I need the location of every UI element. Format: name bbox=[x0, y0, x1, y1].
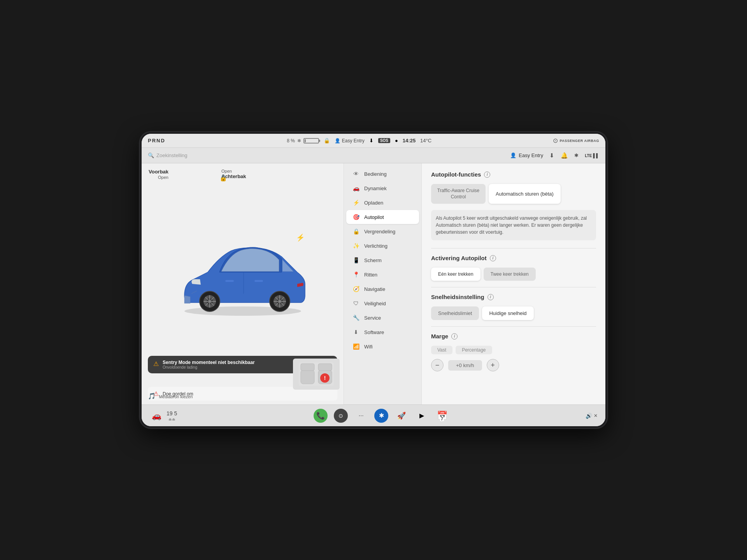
car-icon: 🚗 bbox=[152, 411, 161, 420]
activation-info-icon[interactable]: i bbox=[490, 255, 496, 261]
profile-display[interactable]: 👤 Easy Entry bbox=[510, 152, 543, 158]
speed-limit-button[interactable]: Snelheidslimiet bbox=[431, 306, 479, 320]
dynamiek-label: Dynamiek bbox=[364, 186, 387, 191]
dynamiek-icon: 🚗 bbox=[352, 185, 359, 191]
service-label: Service bbox=[364, 315, 381, 321]
odometer-container: 19 5 ⏏⏏ bbox=[167, 410, 177, 421]
battery-bar bbox=[303, 138, 319, 144]
divider-1 bbox=[431, 248, 596, 248]
apps-icon: ⊙ bbox=[338, 413, 343, 419]
dots-icon: ··· bbox=[358, 412, 363, 419]
wifi-icon-status: ● bbox=[395, 138, 398, 144]
svg-rect-21 bbox=[301, 364, 314, 371]
vergrendeling-icon: 🔒 bbox=[352, 228, 359, 234]
svg-rect-20 bbox=[301, 370, 314, 384]
phone-button[interactable]: 📞 bbox=[314, 409, 328, 423]
status-bar: PRND 8 % ❄ 🔒 👤 Easy Entry ⬇ SOS ● bbox=[142, 134, 605, 148]
marge-controls: − +0 km/h + bbox=[431, 359, 596, 371]
media-bar[interactable]: 🎵 Mediabron kiezen bbox=[148, 392, 193, 400]
tcc-button[interactable]: Traffic-Aware Cruise Control bbox=[431, 184, 486, 204]
autopilot-section-title: Autopilot-functies i bbox=[431, 171, 596, 178]
passenger-airbag: ⊙ PASSENGER AIRBAG bbox=[553, 137, 599, 144]
front-label-container: Open Voorbak bbox=[149, 169, 168, 175]
seat-image: ! bbox=[293, 359, 340, 390]
bediening-icon: 👁 bbox=[352, 171, 359, 177]
verlichting-label: Verlichting bbox=[364, 243, 388, 249]
sidebar-item-ritten[interactable]: 📍 Ritten bbox=[346, 268, 419, 282]
search-input-area[interactable]: 🔍 Zoekinstelling bbox=[148, 152, 188, 158]
speed-info-icon[interactable]: i bbox=[487, 294, 494, 300]
rocket-button[interactable]: 🚀 bbox=[395, 409, 409, 423]
marge-value-display: +0 km/h bbox=[448, 360, 482, 371]
car-svg bbox=[169, 233, 317, 319]
scherm-icon: 📱 bbox=[352, 257, 359, 263]
search-right: 👤 Easy Entry ⬇ 🔔 ✱ LTE ▌▌ bbox=[288, 152, 599, 159]
volume-control[interactable]: 🔊 ✕ bbox=[586, 413, 598, 419]
battery-fill bbox=[305, 139, 306, 142]
vergrendeling-label: Vergrendeling bbox=[364, 229, 395, 234]
bell-icon[interactable]: 🔔 bbox=[561, 152, 568, 159]
play-icon: ▶ bbox=[419, 412, 424, 419]
sidebar-item-opladen[interactable]: ⚡ Opladen bbox=[346, 196, 419, 210]
play-button[interactable]: ▶ bbox=[415, 409, 429, 423]
status-center: 8 % ❄ 🔒 👤 Easy Entry ⬇ SOS ● 14:25 14°C bbox=[165, 138, 553, 144]
een-keer-button[interactable]: Eén keer trekken bbox=[431, 268, 480, 281]
sidebar-item-navigatie[interactable]: 🧭 Navigatie bbox=[346, 282, 419, 296]
download-icon-status: ⬇ bbox=[369, 138, 374, 144]
calendar-button[interactable]: 📅 7 bbox=[435, 409, 449, 423]
wifi-label: Wifi bbox=[364, 344, 373, 350]
sidebar-item-veiligheid[interactable]: 🛡 Veiligheid bbox=[346, 296, 419, 310]
sidebar-item-dynamiek[interactable]: 🚗 Dynamiek bbox=[346, 181, 419, 195]
airbag-label: PASSENGER AIRBAG bbox=[559, 139, 599, 143]
sidebar-item-software[interactable]: ⬇ Software bbox=[346, 325, 419, 339]
dots-button[interactable]: ··· bbox=[354, 409, 368, 423]
mute-icon: ✕ bbox=[594, 413, 598, 418]
profile-person-icon: 👤 bbox=[510, 152, 516, 158]
auto-steer-button[interactable]: Automatisch sturen (bèta) bbox=[489, 184, 561, 204]
car-taskbar-icon[interactable]: 🚗 bbox=[149, 409, 163, 423]
marge-plus-button[interactable]: + bbox=[487, 359, 499, 371]
bluetooth-button[interactable]: ✱ bbox=[374, 409, 388, 423]
snow-icon: ❄ bbox=[297, 138, 301, 144]
search-placeholder: Zoekinstelling bbox=[156, 152, 188, 158]
service-icon: 🔧 bbox=[352, 315, 359, 321]
opladen-icon: ⚡ bbox=[352, 200, 359, 206]
sidebar-item-vergrendeling[interactable]: 🔒 Vergrendeling bbox=[346, 224, 419, 238]
autopilot-info-icon[interactable]: i bbox=[484, 172, 490, 178]
car-panel: Open Voorbak 🔓 Open Achterbak bbox=[142, 163, 344, 404]
time-display: 14:25 bbox=[403, 138, 416, 144]
divider-3 bbox=[431, 326, 596, 327]
profile-icon-status: 👤 bbox=[335, 138, 340, 144]
navigatie-label: Navigatie bbox=[364, 286, 385, 292]
current-speed-button[interactable]: Huidige snelheid bbox=[482, 306, 533, 320]
sidebar-item-autopilot[interactable]: 🎯 Autopilot bbox=[346, 210, 419, 224]
nav-panel: 👁 Bediening 🚗 Dynamiek ⚡ Opladen 🎯 Autop… bbox=[344, 163, 422, 404]
temp-display: 14°C bbox=[420, 138, 431, 144]
bediening-label: Bediening bbox=[364, 171, 387, 177]
sos-badge[interactable]: SOS bbox=[378, 138, 390, 143]
marge-label: Marge bbox=[431, 333, 448, 340]
activation-label: Activering Autopilot bbox=[431, 255, 487, 261]
sidebar-item-scherm[interactable]: 📱 Scherm bbox=[346, 253, 419, 267]
volume-icon: 🔊 bbox=[586, 413, 592, 419]
svg-rect-16 bbox=[225, 280, 234, 282]
easy-entry-status-label: Easy Entry bbox=[342, 138, 365, 144]
sidebar-item-wifi[interactable]: 📶 Wifi bbox=[346, 340, 419, 354]
taskbar-center: 📞 ⊙ ··· ✱ 🚀 ▶ 📅 7 bbox=[314, 409, 449, 423]
bluetooth-icon-bar[interactable]: ✱ bbox=[574, 152, 579, 158]
activation-section-title: Activering Autopilot i bbox=[431, 255, 596, 261]
sidebar-item-verlichting[interactable]: ✨ Verlichting bbox=[346, 239, 419, 253]
autopilot-description: Als Autopilot 5 keer wordt uitgeschakeld… bbox=[431, 210, 596, 240]
download-icon-bar[interactable]: ⬇ bbox=[549, 152, 554, 159]
marge-minus-button[interactable]: − bbox=[431, 359, 444, 371]
sidebar-item-service[interactable]: 🔧 Service bbox=[346, 311, 419, 325]
speed-section-title: Snelheidsinstelling i bbox=[431, 294, 596, 300]
marge-info-icon[interactable]: i bbox=[451, 333, 458, 340]
veiligheid-icon: 🛡 bbox=[352, 300, 359, 306]
sidebar-item-bediening[interactable]: 👁 Bediening bbox=[346, 167, 419, 181]
battery-percent: 8 % bbox=[287, 138, 295, 144]
search-left: 🔍 Zoekinstelling bbox=[148, 152, 288, 158]
profile-name: Easy Entry bbox=[519, 152, 543, 158]
twee-keer-button[interactable]: Twee keer trekken bbox=[484, 268, 536, 281]
apps-button[interactable]: ⊙ bbox=[334, 409, 348, 423]
